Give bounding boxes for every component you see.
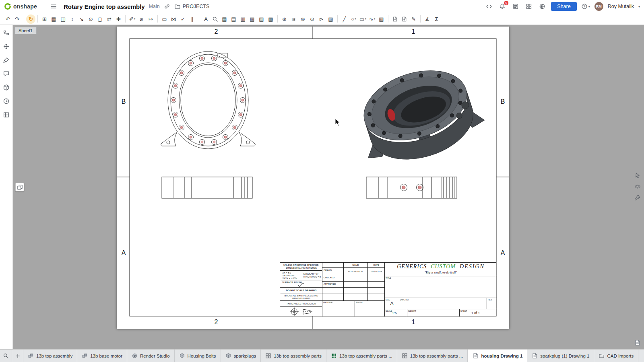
weld-table-button[interactable]: ▨ bbox=[257, 14, 266, 24]
measure-button[interactable]: ∡ bbox=[423, 14, 432, 24]
comments-icon bbox=[3, 70, 10, 77]
feature-script-button[interactable] bbox=[485, 2, 493, 11]
document-title[interactable]: Rotary Engine top assembly bbox=[64, 3, 145, 10]
projected-view-button[interactable]: ◫ bbox=[58, 14, 68, 24]
sketch-circle-caret-icon[interactable]: ▾ bbox=[355, 17, 356, 21]
ordinate-dimension-button[interactable]: ↦ bbox=[146, 14, 155, 24]
panel-comments-button[interactable] bbox=[2, 69, 11, 78]
user-name[interactable]: Roy Mutalik bbox=[608, 4, 634, 9]
edit-sketch-button[interactable]: ✎ bbox=[409, 14, 418, 24]
display-options-button[interactable] bbox=[633, 182, 642, 191]
sheet-tab[interactable]: Sheet1 bbox=[14, 27, 37, 34]
notifications-button[interactable]: 5 bbox=[498, 2, 507, 11]
section-view-button[interactable]: ↕ bbox=[68, 14, 77, 24]
auxiliary-view-button[interactable]: ↘ bbox=[77, 14, 86, 24]
doc-tab-13b-top-assembly-parts[interactable]: 13b top assembly parts ... bbox=[326, 350, 397, 362]
app-store-button[interactable] bbox=[524, 2, 533, 11]
cosmetic-thread-button[interactable]: ⊚ bbox=[298, 14, 308, 24]
projected-view-icon: ◫ bbox=[60, 16, 65, 22]
project-label: PROJECTS bbox=[183, 4, 210, 9]
undo-button[interactable]: ↶ bbox=[3, 14, 12, 24]
drawing-sheet[interactable]: 2 1 2 1 B A B A bbox=[117, 27, 509, 329]
update-views-button[interactable]: ↻ bbox=[26, 14, 35, 24]
note-button[interactable]: ▭ bbox=[160, 14, 169, 24]
table-button[interactable]: ▦ bbox=[220, 14, 229, 24]
hatch-region-button[interactable]: ▨ bbox=[326, 14, 335, 24]
text-button[interactable]: A bbox=[201, 14, 211, 24]
eye-icon bbox=[634, 183, 641, 190]
insert-view-button[interactable]: ⊞ bbox=[40, 14, 49, 24]
onshape-logo[interactable]: onshape bbox=[4, 3, 37, 10]
view-properties-button[interactable]: ▦ bbox=[49, 14, 58, 24]
panel-named-views-button[interactable] bbox=[2, 83, 11, 92]
export-pdf-button[interactable] bbox=[390, 14, 400, 24]
dimension-button[interactable]: ✐▾ bbox=[128, 14, 137, 24]
document-panel-button[interactable] bbox=[511, 2, 520, 11]
sketch-circle-button[interactable]: ○▾ bbox=[349, 14, 358, 24]
learning-center-button[interactable] bbox=[538, 2, 547, 11]
find-button[interactable] bbox=[211, 14, 220, 24]
sketch-rectangle-button[interactable]: ▭▾ bbox=[358, 14, 367, 24]
select-tools-button[interactable] bbox=[633, 171, 642, 180]
sketch-spline-caret-icon[interactable]: ▾ bbox=[374, 17, 376, 21]
doc-tab-13b-top-assembly-parts[interactable]: 13b top assembly parts ... bbox=[397, 350, 468, 362]
doc-tab-housing-drawing-1[interactable]: housing Drawing 1 bbox=[468, 350, 527, 362]
detail-view-button[interactable]: ⊙ bbox=[86, 14, 95, 24]
center-mark-button[interactable]: ⊕ bbox=[280, 14, 289, 24]
sketch-rectangle-icon: ▭ bbox=[359, 16, 364, 22]
sketch-hatch-button[interactable]: ▧ bbox=[377, 14, 386, 24]
datum-button[interactable]: ⊳ bbox=[317, 14, 326, 24]
link-icon[interactable] bbox=[164, 3, 170, 10]
user-caret-icon[interactable]: ▾ bbox=[638, 5, 640, 8]
move-view-button[interactable]: ✚ bbox=[114, 14, 123, 24]
bom-table-button[interactable]: ▤ bbox=[229, 14, 238, 24]
doc-tab-13b-base-motor[interactable]: 13b base motor bbox=[77, 350, 127, 362]
doc-tab-render-studio[interactable]: Render Studio bbox=[127, 350, 175, 362]
project-breadcrumb[interactable]: PROJECTS bbox=[174, 3, 210, 10]
doc-tab-housing-bolts[interactable]: Housing Bolts bbox=[175, 350, 221, 362]
thumbnail-toggle[interactable] bbox=[633, 338, 642, 348]
workspace-branch[interactable]: Main bbox=[149, 4, 160, 9]
doc-tab-sparkplug-1-drawing-1[interactable]: sparkplug (1) Drawing 1 bbox=[527, 350, 594, 362]
doc-tab-cad-imports[interactable]: CAD Imports bbox=[594, 350, 638, 362]
drawing-canvas[interactable]: Sheet1 2 1 2 1 B A B A bbox=[13, 25, 644, 349]
surface-finish-symbol-button[interactable]: ∥ bbox=[188, 14, 197, 24]
revision-table-icon: ▧ bbox=[250, 16, 254, 22]
doc-tab-sparkplugs[interactable]: sparkplugs bbox=[221, 350, 261, 362]
add-tab-button[interactable] bbox=[12, 350, 23, 362]
utilities-button[interactable] bbox=[633, 193, 642, 203]
panel-versions-history-button[interactable] bbox=[2, 97, 11, 105]
panel-feature-list-button[interactable] bbox=[2, 28, 11, 37]
help-menu[interactable]: ▾ bbox=[581, 3, 590, 10]
share-button[interactable]: Share bbox=[551, 2, 576, 11]
sketch-rectangle-caret-icon[interactable]: ▾ bbox=[365, 17, 366, 21]
dimension-caret-icon[interactable]: ▾ bbox=[134, 17, 136, 21]
panel-tables-button[interactable] bbox=[2, 110, 11, 119]
panel-appearance-button[interactable] bbox=[2, 56, 11, 64]
redo-button[interactable]: ↷ bbox=[12, 14, 22, 24]
hole-table-button[interactable]: ▥ bbox=[238, 14, 248, 24]
panel-move-transform-button[interactable] bbox=[2, 42, 11, 51]
radial-dimension-button[interactable]: ⌀ bbox=[137, 14, 146, 24]
broken-view-button[interactable]: ⇄ bbox=[105, 14, 114, 24]
revision-table-button[interactable]: ▧ bbox=[248, 14, 257, 24]
header-right-cluster: 5 Share ▾ RM Roy Mutalik ▾ bbox=[485, 2, 640, 11]
centerline-button[interactable]: ≋ bbox=[289, 14, 298, 24]
cut-list-table-button[interactable]: ▩ bbox=[266, 14, 275, 24]
balloon-button[interactable]: ⊙ bbox=[308, 14, 317, 24]
export-dxf-button[interactable] bbox=[400, 14, 409, 24]
crop-view-button[interactable]: ▢ bbox=[95, 14, 105, 24]
main-menu-button[interactable] bbox=[49, 2, 58, 11]
doc-tab-13b-top-assembly-parts[interactable]: 13b top assembly parts bbox=[261, 350, 326, 362]
side-view-right bbox=[366, 177, 457, 198]
search-tabs-button[interactable] bbox=[0, 350, 12, 362]
title-block[interactable]: UNLESS OTHERWISE SPECIFIED, DIMENSIONS A… bbox=[280, 262, 496, 316]
mass-properties-button[interactable]: Σ bbox=[432, 14, 441, 24]
user-avatar[interactable]: RM bbox=[594, 2, 603, 11]
sketch-line-button[interactable]: ╱ bbox=[340, 14, 349, 24]
sketch-spline-button[interactable]: ∿▾ bbox=[367, 14, 377, 24]
weld-symbol-button[interactable]: ⋈ bbox=[169, 14, 178, 24]
sheets-panel-toggle[interactable] bbox=[15, 183, 24, 191]
doc-tab-13b-top-assembly[interactable]: 13b top assembly bbox=[23, 350, 77, 362]
inspection-symbol-button[interactable]: ✓ bbox=[178, 14, 188, 24]
